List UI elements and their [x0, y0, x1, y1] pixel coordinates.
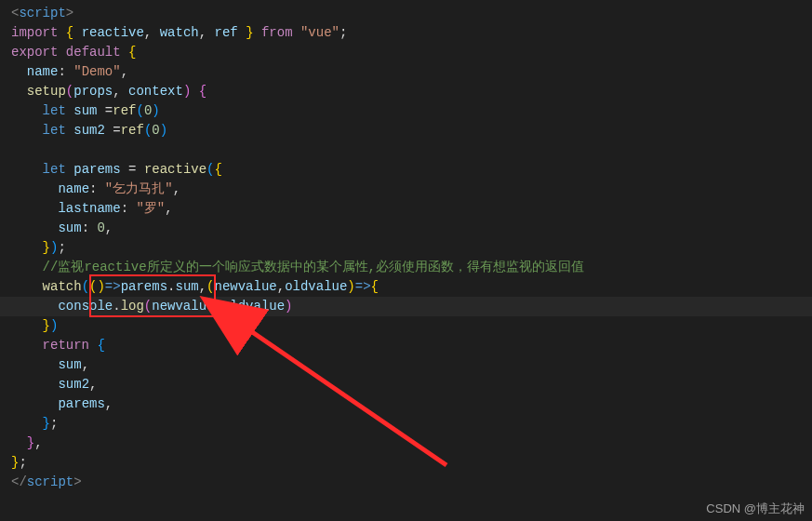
- code-line[interactable]: });: [11, 238, 812, 258]
- code-line[interactable]: sum2,: [11, 375, 812, 394]
- code-line[interactable]: [11, 140, 812, 160]
- code-line[interactable]: let parems = reactive({: [11, 160, 812, 180]
- watermark-text: CSDN @博主花神: [706, 500, 805, 518]
- code-line[interactable]: console.log(newvalue,oldvalue): [11, 297, 812, 316]
- code-line[interactable]: name: "乞力马扎",: [11, 180, 812, 199]
- code-editor[interactable]: <script> import { reactive, watch, ref }…: [0, 0, 812, 496]
- code-line[interactable]: };: [11, 453, 812, 473]
- code-line[interactable]: lastname: "罗",: [11, 199, 812, 219]
- code-line[interactable]: name: "Demo",: [11, 62, 812, 82]
- code-line[interactable]: let sum =ref(0): [11, 101, 812, 121]
- code-line[interactable]: </script>: [11, 473, 812, 492]
- code-line[interactable]: //监视reactive所定义的一个响应式数据中的某个属性,必须使用函数，得有想…: [11, 258, 812, 277]
- code-line[interactable]: return {: [11, 336, 812, 355]
- code-line[interactable]: sum,: [11, 355, 812, 375]
- code-line[interactable]: };: [11, 414, 812, 434]
- code-line[interactable]: sum: 0,: [11, 219, 812, 238]
- code-line[interactable]: export default {: [11, 43, 812, 62]
- code-line[interactable]: <script>: [11, 4, 812, 23]
- code-line[interactable]: setup(props, context) {: [11, 82, 812, 101]
- code-line[interactable]: import { reactive, watch, ref } from "vu…: [11, 23, 812, 43]
- code-line[interactable]: },: [11, 434, 812, 453]
- code-line[interactable]: let sum2 =ref(0): [11, 121, 812, 140]
- code-line[interactable]: parems,: [11, 394, 812, 414]
- code-line[interactable]: }): [11, 316, 812, 336]
- code-line[interactable]: watch(()=>parems.sum,(newvalue,oldvalue)…: [11, 277, 812, 297]
